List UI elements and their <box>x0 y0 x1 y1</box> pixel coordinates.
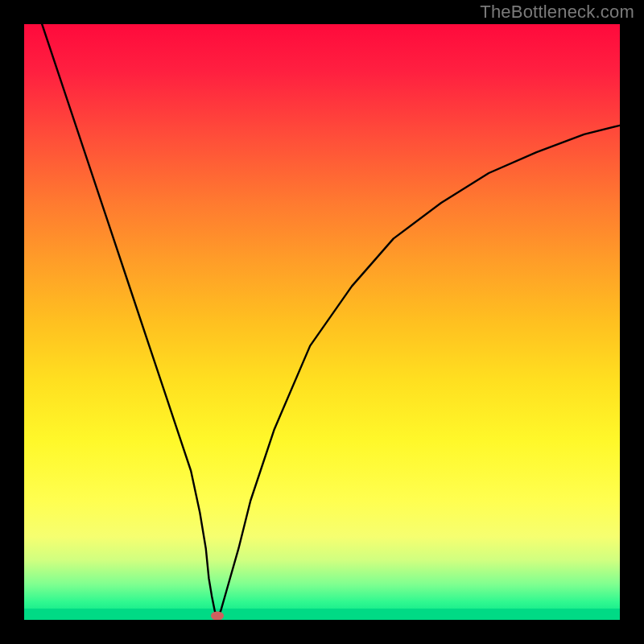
bottleneck-curve <box>24 24 620 620</box>
watermark: TheBottleneck.com <box>480 2 634 23</box>
plot-area <box>24 24 620 620</box>
curve-path <box>42 24 620 617</box>
chart-container: TheBottleneck.com <box>0 0 644 644</box>
minimum-marker <box>211 611 224 620</box>
